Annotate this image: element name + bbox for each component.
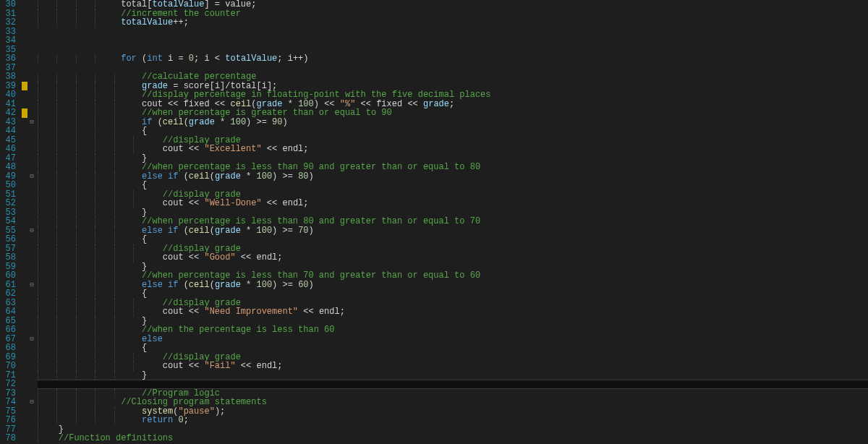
fold-toggle[interactable]: [27, 271, 36, 281]
line-number: 58: [0, 253, 16, 262]
fold-toggle[interactable]: [27, 46, 36, 55]
change-mark: [20, 108, 27, 118]
line-number: 32: [0, 18, 16, 27]
fold-toggle[interactable]: [27, 27, 36, 37]
code-line[interactable]: if (ceil(grade * 100) >= 90): [38, 118, 868, 127]
fold-toggle[interactable]: [27, 100, 36, 109]
code-line[interactable]: for (int i = 0; i < totalValue; i++): [38, 54, 868, 64]
fold-toggle[interactable]: [27, 299, 36, 308]
code-line[interactable]: cout << "Good" << endl;: [38, 253, 868, 262]
change-mark: [20, 244, 27, 254]
fold-toggle[interactable]: [27, 136, 36, 145]
fold-toggle[interactable]: [27, 317, 36, 326]
fold-toggle[interactable]: [27, 289, 36, 299]
code-line[interactable]: return 0;: [38, 416, 868, 425]
line-number: 36: [0, 54, 16, 64]
line-number: 42: [0, 108, 16, 118]
fold-toggle[interactable]: [27, 90, 36, 100]
fold-toggle[interactable]: [27, 145, 36, 154]
fold-toggle[interactable]: [27, 82, 36, 91]
code-line[interactable]: [38, 27, 868, 37]
code-line[interactable]: cout << "Fail" << endl;: [38, 362, 868, 371]
change-mark: [20, 362, 27, 371]
line-number: 40: [0, 90, 16, 100]
fold-toggle[interactable]: [27, 262, 36, 272]
code-line[interactable]: else if (ceil(grade * 100) >= 80): [38, 172, 868, 182]
fold-toggle[interactable]: [27, 0, 36, 9]
line-number: 30: [0, 0, 16, 9]
code-line[interactable]: cout << "Excellent" << endl;: [38, 145, 868, 154]
line-number: 66: [0, 325, 16, 335]
fold-toggle[interactable]: [27, 307, 36, 317]
fold-toggle[interactable]: [27, 434, 36, 443]
line-number: 44: [0, 127, 16, 136]
fold-toggle[interactable]: ⊟: [27, 172, 36, 182]
fold-toggle[interactable]: [27, 208, 36, 218]
fold-toggle[interactable]: [27, 181, 36, 190]
change-mark: [20, 0, 27, 9]
fold-toggle[interactable]: ⊟: [27, 335, 36, 344]
change-mark: [20, 371, 27, 380]
fold-toggle[interactable]: [27, 163, 36, 172]
fold-toggle[interactable]: [27, 325, 36, 335]
fold-toggle[interactable]: [27, 36, 36, 46]
fold-toggle[interactable]: [27, 190, 36, 200]
line-number: 70: [0, 362, 16, 371]
change-mark: [20, 154, 27, 163]
line-number: 78: [0, 434, 16, 443]
fold-toggle[interactable]: [27, 235, 36, 244]
change-mark: [20, 208, 27, 218]
change-mark: [20, 64, 27, 73]
change-mark: [20, 398, 27, 407]
code-line[interactable]: [38, 36, 868, 46]
fold-toggle[interactable]: [27, 353, 36, 362]
change-mark: [20, 172, 27, 182]
code-line[interactable]: totalValue++;: [38, 18, 868, 27]
line-number: 56: [0, 235, 16, 244]
fold-column[interactable]: ⊟⊟⊟⊟⊟⊟: [27, 0, 36, 444]
fold-toggle[interactable]: [27, 371, 36, 380]
change-mark: [20, 434, 27, 443]
line-number: 76: [0, 416, 16, 425]
change-mark: [20, 72, 27, 82]
change-mark: [20, 389, 27, 398]
code-line[interactable]: cout << "Need Improvement" << endl;: [38, 307, 868, 317]
fold-toggle[interactable]: [27, 362, 36, 371]
fold-toggle[interactable]: [27, 244, 36, 254]
fold-toggle[interactable]: [27, 64, 36, 73]
fold-toggle[interactable]: [27, 217, 36, 226]
line-number: 48: [0, 163, 16, 172]
line-number: 54: [0, 217, 16, 226]
change-mark: [20, 46, 27, 55]
fold-toggle[interactable]: [27, 425, 36, 435]
fold-toggle[interactable]: ⊟: [27, 226, 36, 236]
code-line[interactable]: cout << "Well-Done" << endl;: [38, 199, 868, 208]
fold-toggle[interactable]: [27, 416, 36, 425]
fold-toggle[interactable]: [27, 9, 36, 19]
fold-toggle[interactable]: ⊟: [27, 281, 36, 290]
fold-toggle[interactable]: [27, 72, 36, 82]
code-line[interactable]: //Function definitions: [38, 434, 868, 443]
fold-toggle[interactable]: [27, 199, 36, 208]
code-area[interactable]: total[totalValue] = value; //increment t…: [36, 0, 868, 444]
fold-toggle[interactable]: [27, 389, 36, 398]
fold-toggle[interactable]: [27, 253, 36, 262]
line-number: 74: [0, 398, 16, 407]
change-mark: [20, 90, 27, 100]
code-line[interactable]: else if (ceil(grade * 100) >= 70): [38, 226, 868, 236]
code-line[interactable]: }: [38, 371, 868, 380]
fold-toggle[interactable]: [27, 18, 36, 27]
code-line[interactable]: else if (ceil(grade * 100) >= 60): [38, 281, 868, 290]
change-mark: [20, 100, 27, 109]
fold-toggle[interactable]: [27, 108, 36, 118]
fold-toggle[interactable]: [27, 407, 36, 417]
fold-toggle[interactable]: [27, 380, 36, 389]
fold-toggle[interactable]: [27, 343, 36, 353]
code-editor[interactable]: 3031323334353637383940414243444546474849…: [0, 0, 868, 444]
code-line[interactable]: else: [38, 335, 868, 344]
fold-toggle[interactable]: ⊟: [27, 398, 36, 407]
fold-toggle[interactable]: ⊟: [27, 118, 36, 127]
fold-toggle[interactable]: [27, 154, 36, 163]
fold-toggle[interactable]: [27, 127, 36, 136]
fold-toggle[interactable]: [27, 54, 36, 64]
